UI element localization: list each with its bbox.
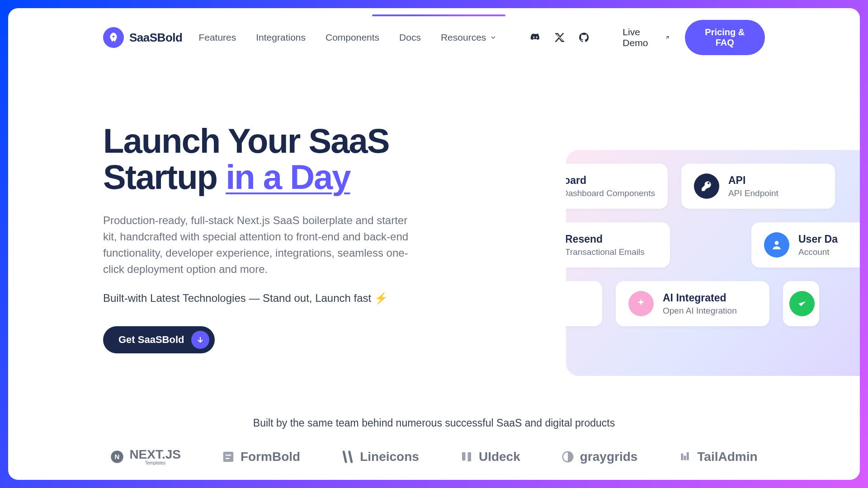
- brand-graygrids[interactable]: graygrids: [561, 450, 638, 464]
- feature-row-2: Resend Transactional Emails User Da Acco…: [566, 222, 860, 267]
- nextjs-icon: N: [110, 450, 124, 464]
- sparkle-icon: [628, 291, 654, 316]
- hero-graphic: in Dashboard ge Users|Dashboard Componen…: [566, 150, 860, 376]
- brand-label: graygrids: [580, 450, 638, 464]
- live-demo-link[interactable]: Live Demo: [623, 27, 670, 48]
- svg-point-0: [775, 241, 779, 245]
- tailadmin-icon: [678, 450, 692, 464]
- card-title: API: [728, 174, 778, 187]
- social-links: [529, 32, 590, 43]
- svg-rect-3: [223, 452, 234, 462]
- github-icon[interactable]: [578, 32, 590, 43]
- card-sub: API Endpoint: [728, 188, 778, 198]
- feature-card-api: API API Endpoint: [681, 164, 835, 209]
- hero-title-line2a: Startup: [103, 158, 226, 196]
- lineicons-icon: [341, 450, 354, 464]
- svg-rect-8: [684, 456, 686, 460]
- svg-rect-7: [681, 454, 684, 460]
- svg-rect-9: [687, 452, 689, 460]
- cta-label: Get SaaSBold: [118, 334, 184, 346]
- check-icon: [789, 291, 815, 316]
- card-sub: Transactional Emails: [566, 247, 645, 257]
- trust-section: Built by the same team behind numerous s…: [8, 417, 860, 465]
- nav-resources[interactable]: Resources: [441, 32, 497, 43]
- card-title: Resend: [566, 233, 645, 245]
- chevron-down-icon: [490, 34, 497, 41]
- feature-card-dashboard: in Dashboard ge Users|Dashboard Componen…: [566, 164, 668, 209]
- card-title: User Da: [798, 233, 838, 245]
- nav-docs[interactable]: Docs: [399, 32, 421, 43]
- card-title: in Dashboard: [566, 174, 655, 187]
- brand-name: SaaSBold: [129, 31, 182, 45]
- brand-nextjs[interactable]: N NEXT.JS Templates: [110, 448, 181, 465]
- graygrids-icon: [561, 450, 575, 464]
- brand-logo[interactable]: SaaSBold: [103, 27, 182, 48]
- nav-components[interactable]: Components: [326, 32, 379, 43]
- brand-sublabel: Templates: [129, 461, 181, 465]
- hero-title-accent: in a Day: [226, 158, 350, 196]
- nav-features[interactable]: Features: [198, 32, 236, 43]
- brand-lineicons[interactable]: Lineicons: [341, 450, 419, 464]
- get-started-button[interactable]: Get SaaSBold: [103, 326, 215, 353]
- live-demo-label: Live Demo: [623, 27, 662, 48]
- nav-active-indicator: [372, 14, 505, 16]
- x-twitter-icon[interactable]: [554, 32, 566, 43]
- hero-content: Launch Your SaaS Startup in a Day Produc…: [103, 123, 447, 353]
- arrow-down-icon: [196, 336, 204, 344]
- rocket-icon: [103, 27, 124, 48]
- card-sub: ge Users|Dashboard Components: [566, 188, 655, 198]
- key-icon: [694, 174, 719, 199]
- brand-label: FormBold: [241, 450, 300, 464]
- svg-rect-5: [226, 458, 230, 460]
- brand-label: TailAdmin: [697, 450, 757, 464]
- nav-integrations[interactable]: Integrations: [256, 32, 306, 43]
- brand-uideck[interactable]: UIdeck: [460, 450, 520, 464]
- svg-rect-4: [226, 455, 231, 456]
- card-title: AI Integrated: [663, 292, 737, 304]
- hero-section: Launch Your SaaS Startup in a Day Produc…: [8, 55, 860, 353]
- card-sub: Open AI Integration: [663, 306, 737, 316]
- brand-formbold[interactable]: FormBold: [222, 450, 300, 464]
- hero-title-line1: Launch Your SaaS: [103, 122, 389, 160]
- svg-text:N: N: [115, 453, 120, 460]
- trust-heading: Built by the same team behind numerous s…: [8, 417, 860, 429]
- brand-label: NEXT.JS: [129, 447, 181, 461]
- brand-label: Lineicons: [360, 450, 419, 464]
- feature-card-extra: [783, 281, 819, 326]
- discord-icon[interactable]: [529, 32, 541, 43]
- feature-card-notifications: tifications id Updates|CRM: [566, 281, 602, 326]
- feature-row-3: tifications id Updates|CRM AI Integrated…: [566, 281, 860, 326]
- pricing-button[interactable]: Pricing & FAQ: [685, 20, 765, 55]
- feature-card-ai: AI Integrated Open AI Integration: [616, 281, 769, 326]
- feature-card-user-dashboard: User Da Account: [751, 222, 860, 267]
- card-sub: Account: [798, 247, 838, 257]
- nav-actions: Live Demo Pricing & FAQ: [623, 20, 765, 55]
- app-window: SaaSBold Features Integrations Component…: [8, 8, 860, 480]
- hero-description: Production-ready, full-stack Next.js Saa…: [103, 212, 420, 277]
- nav-links: Features Integrations Components Docs Re…: [198, 32, 497, 43]
- formbold-icon: [222, 450, 235, 464]
- brand-logos: N NEXT.JS Templates FormBold Lineicons: [8, 448, 860, 465]
- uideck-icon: [460, 450, 473, 464]
- brand-label: UIdeck: [479, 450, 520, 464]
- arrow-up-right-icon: [665, 34, 670, 41]
- brand-tailadmin[interactable]: TailAdmin: [678, 450, 757, 464]
- cta-arrow-circle: [191, 331, 209, 349]
- hero-subline: Built-with Latest Technologies — Stand o…: [103, 292, 447, 305]
- feature-row-1: in Dashboard ge Users|Dashboard Componen…: [566, 164, 860, 209]
- nav-resources-label: Resources: [441, 32, 486, 43]
- user-icon: [764, 232, 789, 258]
- hero-title: Launch Your SaaS Startup in a Day: [103, 123, 447, 195]
- feature-card-resend: Resend Transactional Emails: [566, 222, 670, 267]
